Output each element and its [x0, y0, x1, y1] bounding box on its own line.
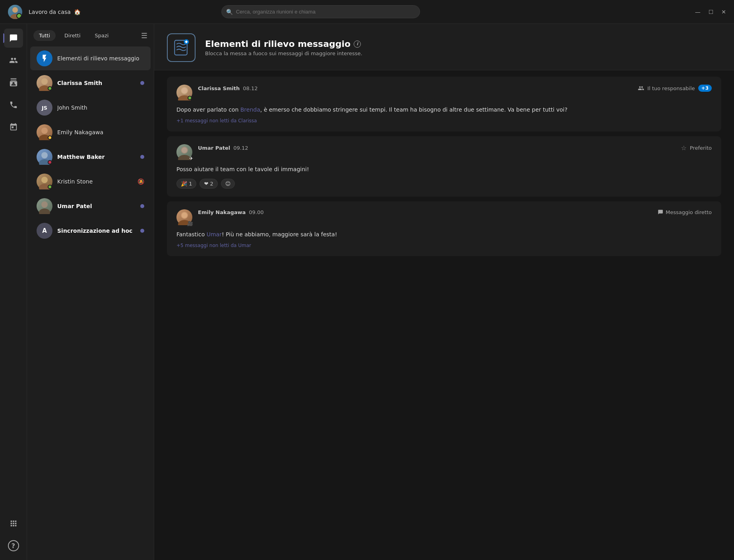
tab-tutti[interactable]: Tutti: [33, 30, 56, 41]
main-header: Elementi di rilievo messaggio i Blocca l…: [154, 24, 734, 70]
minimize-button[interactable]: —: [695, 9, 701, 15]
matthew-unread: [140, 155, 144, 159]
sidebar-item-matthew[interactable]: Matthew Baker: [30, 145, 151, 169]
search-icon: 🔍: [226, 9, 233, 15]
msg2-body: Posso aiutare il team con le tavole di i…: [176, 165, 712, 174]
msg1-mention: Brenda: [240, 106, 260, 113]
app-title: Lavoro da casa 🏠: [29, 9, 81, 15]
sidebar-item-umar[interactable]: Umar Patel: [30, 194, 151, 218]
john-avatar: JS: [37, 100, 52, 116]
msg2-avatar-emoji: ✈️: [189, 156, 193, 161]
sidebar-item-clarissa[interactable]: Clarissa Smith: [30, 71, 151, 95]
message-card-2: ✈️ Umar Patel 09.12 ☆ Preferito Po: [167, 136, 721, 196]
msg2-tag: ☆ Preferito: [681, 144, 712, 152]
svg-point-12: [39, 209, 50, 214]
page-subtitle: Blocca la messa a fuoco sui messaggi di …: [205, 50, 362, 56]
kristin-name: Kristin Stone: [57, 178, 133, 185]
search-bar[interactable]: 🔍: [221, 5, 420, 18]
svg-point-11: [41, 201, 48, 208]
close-button[interactable]: ✕: [721, 9, 726, 15]
reaction-smile[interactable]: 😊: [221, 179, 235, 189]
reaction-heart[interactable]: ❤️ 2: [199, 179, 217, 189]
sidebar-item-add-apps[interactable]: [4, 514, 23, 533]
matthew-name: Matthew Baker: [57, 154, 136, 160]
msg2-header: ✈️ Umar Patel 09.12 ☆ Preferito: [176, 144, 712, 160]
svg-point-1: [10, 14, 20, 19]
msg3-mention: Umar: [207, 231, 222, 238]
sidebar-header: Tutti Diretti Spazi ☰: [27, 24, 154, 44]
filter-icon[interactable]: ☰: [141, 31, 147, 40]
sidebar-item-contacts[interactable]: [4, 73, 23, 92]
matthew-avatar: [37, 149, 52, 165]
sidebar: Tutti Diretti Spazi ☰ Elementi di riliev…: [27, 24, 154, 560]
msg3-tag: Messaggio diretto: [658, 209, 712, 215]
msg3-avatar-emoji: 🎥: [187, 221, 193, 226]
svg-point-4: [41, 78, 48, 85]
emily-avatar: [37, 124, 52, 140]
svg-point-20: [182, 147, 187, 153]
svg-point-7: [41, 152, 48, 158]
svg-point-0: [12, 7, 18, 13]
star-icon[interactable]: ☆: [681, 144, 686, 152]
msg1-time: 08.12: [243, 85, 258, 91]
rail-bottom: ?: [4, 514, 23, 555]
sidebar-item-emily[interactable]: Emily Nakagawa: [30, 120, 151, 144]
msg3-unread: +5 messaggi non letti da Umar: [176, 243, 712, 248]
kristin-avatar: [37, 174, 52, 189]
sidebar-item-chat[interactable]: [4, 29, 23, 48]
john-name: John Smith: [57, 104, 144, 111]
sidebar-item-kristin[interactable]: Kristin Stone 🔕: [30, 170, 151, 193]
elementi-name: Elementi di rilievo messaggio: [57, 55, 144, 62]
sync-name: Sincronizzazione ad hoc: [57, 228, 136, 234]
msg3-time: 09.00: [249, 209, 263, 215]
sidebar-item-john[interactable]: JS John Smith: [30, 96, 151, 120]
reaction-party[interactable]: 🎉 1: [176, 179, 196, 189]
msg3-meta: Emily Nakagawa 09.00 Messaggio diretto: [198, 209, 712, 215]
sidebar-item-elementi[interactable]: Elementi di rilievo messaggio: [30, 46, 151, 70]
msg3-avatar: 🎥: [176, 209, 192, 225]
sidebar-item-calendar[interactable]: [4, 118, 23, 137]
msg1-sender: Clarissa Smith: [198, 85, 240, 91]
msg2-reactions: 🎉 1 ❤️ 2 😊: [176, 179, 712, 189]
svg-point-23: [182, 212, 187, 218]
tab-spazi[interactable]: Spazi: [89, 30, 114, 41]
msg1-body: Dopo aver parlato con Brenda, è emerso c…: [176, 105, 712, 114]
info-icon[interactable]: i: [354, 41, 361, 48]
msg2-avatar: ✈️: [176, 144, 192, 160]
bell-icon: 🔕: [138, 178, 144, 185]
main-header-text: Elementi di rilievo messaggio i Blocca l…: [205, 39, 362, 56]
search-input[interactable]: [221, 5, 420, 18]
page-title: Elementi di rilievo messaggio i: [205, 39, 362, 49]
sidebar-item-people[interactable]: [4, 51, 23, 70]
maximize-button[interactable]: ☐: [709, 9, 714, 15]
sidebar-item-calls[interactable]: [4, 95, 23, 114]
msg1-tag: Il tuo responsabile +3: [638, 85, 712, 92]
umar-name: Umar Patel: [57, 203, 136, 209]
app-layout: ? Tutti Diretti Spazi ☰ Elementi di rili…: [0, 24, 734, 560]
msg3-header: 🎥 Emily Nakagawa 09.00 Messaggio diretto: [176, 209, 712, 225]
msg1-avatar: [176, 85, 192, 100]
titlebar: Lavoro da casa 🏠 🔍 — ☐ ✕: [0, 0, 734, 24]
msg3-sender: Emily Nakagawa: [198, 209, 246, 215]
message-card-3: 🎥 Emily Nakagawa 09.00 Messaggio diretto: [167, 201, 721, 256]
tab-diretti[interactable]: Diretti: [59, 30, 86, 41]
msg1-tag-label: Il tuo responsabile: [647, 85, 695, 91]
message-card-1: Clarissa Smith 08.12 Il tuo responsabile…: [167, 77, 721, 131]
msg1-badge: +3: [698, 85, 712, 92]
sidebar-item-help[interactable]: ?: [4, 536, 23, 555]
window-controls: — ☐ ✕: [695, 9, 726, 15]
msg3-tag-label: Messaggio diretto: [666, 209, 712, 215]
msg1-header: Clarissa Smith 08.12 Il tuo responsabile…: [176, 85, 712, 100]
user-avatar[interactable]: [8, 5, 22, 19]
sidebar-list: Elementi di rilievo messaggio Clarissa S…: [27, 44, 154, 560]
sync-avatar: A: [37, 223, 52, 239]
msg2-sender: Umar Patel: [198, 145, 230, 151]
elementi-avatar: [37, 50, 52, 66]
msg1-unread: +1 messaggi non letti da Clarissa: [176, 118, 712, 124]
msg2-tag-label: Preferito: [690, 145, 712, 151]
messages-area: Clarissa Smith 08.12 Il tuo responsabile…: [154, 70, 734, 560]
sync-unread: [140, 229, 144, 233]
sidebar-item-sync[interactable]: A Sincronizzazione ad hoc: [30, 219, 151, 243]
emily-name: Emily Nakagawa: [57, 129, 144, 135]
umar-unread: [140, 204, 144, 208]
